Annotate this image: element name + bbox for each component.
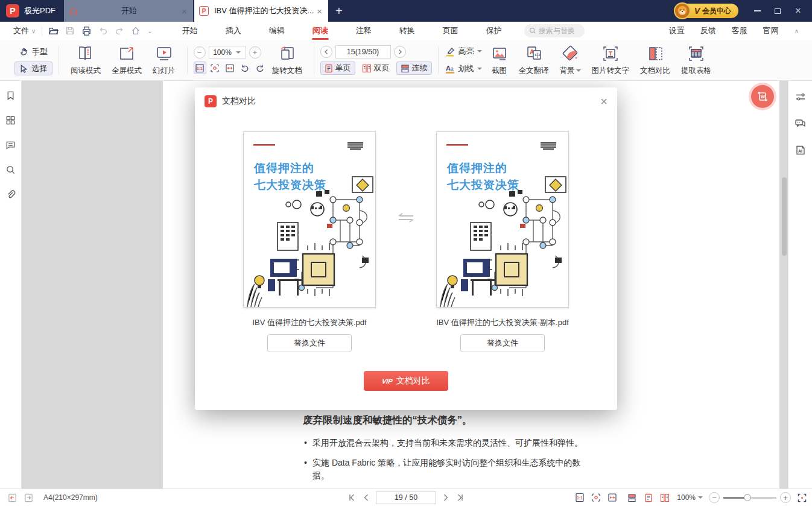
previous-page-button[interactable] <box>320 46 332 58</box>
ribbon-tab-start[interactable]: 开始 <box>168 22 212 40</box>
page-number-box[interactable] <box>335 45 391 59</box>
feedback-link[interactable]: 反馈 <box>700 25 716 36</box>
next-view-icon[interactable] <box>24 493 34 503</box>
ribbon-tab-edit[interactable]: 编辑 <box>255 22 299 40</box>
ribbon-tab-read[interactable]: 阅读 <box>299 22 342 40</box>
file-menu[interactable]: 文件 ∨ <box>13 25 36 36</box>
rotate-right-icon[interactable] <box>254 62 267 74</box>
previous-view-icon[interactable] <box>7 493 17 503</box>
rotate-left-icon[interactable] <box>239 62 252 74</box>
doc-compare-button[interactable]: 文档对比 <box>635 45 676 76</box>
statusbar-continuous-button[interactable] <box>626 492 638 504</box>
pdf-to-word-float-button[interactable]: W <box>751 85 774 108</box>
support-link[interactable]: 客服 <box>732 25 747 36</box>
close-window-button[interactable]: × <box>788 0 808 22</box>
collapse-ribbon-icon[interactable]: ∧ <box>795 28 799 34</box>
settings-link[interactable]: 设置 <box>669 25 685 36</box>
attachment-panel-icon[interactable] <box>5 189 16 200</box>
redo-icon[interactable] <box>115 26 124 36</box>
zoom-out-button[interactable]: − <box>194 46 206 59</box>
replace-left-file-button[interactable]: 替换文件 <box>267 334 352 352</box>
prev-page-icon[interactable] <box>363 493 370 502</box>
statusbar-fullscreen-icon[interactable] <box>797 493 807 503</box>
background-button[interactable]: 背景 <box>554 45 586 76</box>
last-page-icon[interactable] <box>455 493 464 502</box>
underline-button[interactable]: Aa 划线 <box>445 62 482 76</box>
statusbar-actual-size-button[interactable]: 1:1 <box>573 492 586 504</box>
open-file-icon[interactable] <box>48 26 59 36</box>
new-tab-button[interactable]: + <box>335 4 343 18</box>
search-input[interactable] <box>539 27 581 35</box>
ribbon-tab-page[interactable]: 页面 <box>429 22 472 40</box>
statusbar-zoom-dropdown[interactable]: 100% <box>677 493 703 502</box>
undo-icon[interactable] <box>98 26 108 36</box>
left-document-thumbnail[interactable]: 值得押注的 七大投资决策 <box>243 131 376 308</box>
start-compare-button[interactable]: VIP 文档对比 <box>364 371 448 391</box>
ribbon-tab-convert[interactable]: 转换 <box>385 22 429 40</box>
highlight-button[interactable]: 高亮 <box>445 44 482 59</box>
minimize-button[interactable] <box>747 0 767 22</box>
ribbon-tab-insert[interactable]: 插入 <box>212 22 255 40</box>
zoom-dropdown-icon[interactable] <box>236 51 241 54</box>
dialog-close-icon[interactable]: × <box>600 95 607 107</box>
highlight-dropdown-icon[interactable] <box>477 50 482 52</box>
fit-width-button[interactable] <box>224 62 236 74</box>
statusbar-zoom-in-button[interactable]: + <box>780 492 791 503</box>
zoom-in-button[interactable]: + <box>249 46 261 59</box>
tab-document[interactable]: P IBV 值得押注的七大投资决... × <box>194 0 328 22</box>
next-page-icon[interactable] <box>442 493 449 502</box>
statusbar-fit-width-button[interactable] <box>606 492 618 504</box>
right-document-thumbnail[interactable]: 值得押注的 七大投资决策 <box>436 131 569 308</box>
comments-panel-icon[interactable] <box>5 140 16 150</box>
zoom-slider[interactable] <box>723 494 776 501</box>
statusbar-double-page-button[interactable] <box>658 492 671 504</box>
background-dropdown-icon[interactable] <box>576 69 581 72</box>
fit-page-button[interactable] <box>209 62 221 74</box>
statusbar-single-page-button[interactable] <box>642 492 655 504</box>
zoom-input[interactable] <box>209 48 236 57</box>
zoom-slider-handle[interactable] <box>744 494 751 501</box>
chat-assistant-icon[interactable] <box>795 118 806 129</box>
replace-right-file-button[interactable]: 替换文件 <box>460 334 545 352</box>
translate-button[interactable]: A中 全文翻译 <box>513 45 554 76</box>
swap-files-icon[interactable] <box>398 212 414 224</box>
read-mode-button[interactable]: 阅读模式 <box>65 45 106 76</box>
scrollbar-thumb[interactable] <box>782 177 787 256</box>
website-link[interactable]: 官网 <box>763 25 779 36</box>
print-icon[interactable] <box>81 26 92 36</box>
home-screen-icon[interactable] <box>131 26 141 36</box>
extract-table-button[interactable]: 提取表格 <box>676 45 717 76</box>
maximize-button[interactable] <box>767 0 788 22</box>
bookmark-panel-icon[interactable] <box>5 90 16 101</box>
statusbar-fit-page-button[interactable] <box>589 492 602 504</box>
slideshow-button[interactable]: 幻灯片 <box>147 45 181 76</box>
vertical-scrollbar[interactable] <box>782 81 787 489</box>
ribbon-tab-annotate[interactable]: 注释 <box>342 22 385 40</box>
hand-tool-button[interactable]: 手型 <box>14 45 52 59</box>
page-number-input[interactable] <box>336 46 390 58</box>
fullscreen-mode-button[interactable]: 全屏模式 <box>106 45 147 76</box>
search-panel-icon[interactable] <box>5 165 16 175</box>
rotate-document-button[interactable]: 旋转文档 <box>267 45 308 76</box>
actual-size-button[interactable]: 1:1 <box>194 62 206 74</box>
more-actions-icon[interactable]: ⌄ <box>147 28 152 34</box>
statusbar-page-input[interactable] <box>376 492 436 504</box>
statusbar-page-box[interactable] <box>376 492 436 504</box>
member-avatar-icon[interactable] <box>674 2 691 19</box>
ai-tools-icon[interactable]: AI <box>795 145 806 156</box>
ribbon-tab-protect[interactable]: 保护 <box>472 22 516 40</box>
tab-home-close-icon[interactable]: × <box>180 6 188 16</box>
screenshot-button[interactable]: 截图 <box>486 45 513 76</box>
select-tool-button[interactable]: 选择 <box>14 62 52 75</box>
thumbnails-panel-icon[interactable] <box>5 115 16 125</box>
tab-home[interactable]: 开始 × <box>64 0 193 22</box>
save-icon[interactable] <box>65 26 75 36</box>
image-to-text-button[interactable]: 图片转文字 <box>586 45 635 76</box>
search-box[interactable] <box>524 24 585 37</box>
underline-dropdown-icon[interactable] <box>477 68 482 70</box>
statusbar-zoom-out-button[interactable]: − <box>709 492 720 503</box>
next-page-button[interactable] <box>394 46 406 58</box>
first-page-icon[interactable] <box>348 493 357 502</box>
double-page-button[interactable]: 双页 <box>358 62 394 75</box>
single-page-button[interactable]: 单页 <box>320 62 355 75</box>
